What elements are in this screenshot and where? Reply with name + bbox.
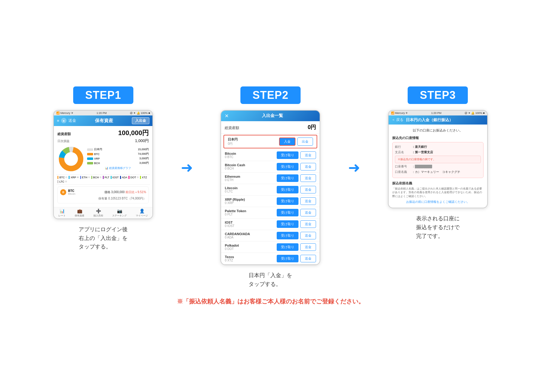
nav-trade[interactable]: ➕ 損入売却 — [93, 209, 103, 217]
bank-row: 銀行 ：楽天銀行 — [395, 145, 481, 149]
xrp-send-btn[interactable]: 送金 — [300, 197, 316, 205]
step2-jpy-buttons: 入金 出金 — [279, 138, 313, 146]
btc-holding: 保有量 0.105123 BTC（74,000円） — [60, 196, 146, 201]
iost-receive-btn[interactable]: 受け取り — [277, 220, 298, 228]
nav-assets[interactable]: 💼 保有資産 — [75, 209, 84, 217]
ada-receive-btn[interactable]: 受け取り — [277, 232, 298, 239]
branch-key: 支店名 — [395, 150, 410, 154]
step2-total-value: 0円 — [308, 124, 316, 131]
rate-icon: 📊 — [60, 209, 65, 213]
nav-send-icon: ● — [61, 118, 67, 123]
step3-nav: ＜ 戻る 日本円の入金（銀行振込） — [389, 115, 487, 125]
carrier: 📶 Mercury ✈ — [56, 112, 73, 115]
chart-section: 日本円 15,000円 BTC 74,000円 — [56, 145, 150, 173]
step3-title: 日本円の入金（銀行振込） — [406, 117, 453, 123]
step2-eth-row: Ethereum 0 ETH 受け取り 送金 — [221, 173, 320, 184]
step3-back-btn[interactable]: ＜ 戻る — [392, 117, 403, 122]
step3-requester-title: 振込依頼名義 — [392, 181, 484, 186]
bch-send-btn[interactable]: 送金 — [300, 163, 316, 170]
btc-send-btn[interactable]: 送金 — [300, 151, 316, 159]
step2-ltc-row: Litecoin 0 LTC 受け取り 送金 — [221, 184, 320, 196]
total-assets-value: 100,000円 — [118, 128, 149, 138]
nav-rate[interactable]: 📊 レート — [58, 209, 66, 217]
legend-bch: BCH 3,000円 — [87, 161, 149, 165]
coin-tag-bch[interactable]: BCH ⊙ — [91, 176, 102, 179]
coin-tag-xtz[interactable]: XTZ — [140, 176, 147, 179]
arrow2: ➜ — [348, 86, 360, 176]
step2-ada-row: CARDANO/ADA 0 ADA 受け取り 送金 — [221, 230, 320, 241]
bch-receive-btn[interactable]: 受け取り — [277, 163, 298, 170]
coin-tag-btc[interactable]: BTC ⊙ — [57, 176, 67, 179]
legend-dot-bch — [87, 162, 93, 164]
nav-staking[interactable]: 📷 ステーキング — [112, 209, 127, 217]
legend-xrp: XRP 3,000円 — [87, 157, 149, 160]
account-num-row: 口座番号 ：████████ — [395, 164, 481, 169]
dot-receive-btn[interactable]: 受け取り — [277, 243, 298, 251]
step2-total-row: 総資産額 0円 — [221, 121, 320, 134]
xtz-receive-btn[interactable]: 受け取り — [277, 255, 298, 262]
step1-label: STEP1 — [73, 86, 133, 104]
xrp-receive-btn[interactable]: 受け取り — [277, 197, 298, 205]
plt-receive-btn[interactable]: 受け取り — [277, 209, 298, 216]
ada-send-btn[interactable]: 送金 — [300, 232, 316, 239]
total-assets-label: 総資産額 — [57, 132, 71, 136]
steps-row: STEP1 📶 Mercury ✈ 1:20 PM @ ✦ 🔔 100% ■ ≡… — [32, 86, 510, 289]
step2-jpy-info: 日本円 0円 — [228, 137, 238, 146]
step2-dot-row: Polkadot 0 DOT 受け取り 送金 — [221, 241, 320, 253]
branch-row: 支店名 ：第一営業支店 — [395, 150, 481, 154]
eth-send-btn[interactable]: 送金 — [300, 174, 316, 182]
step2-close-btn[interactable]: ✕ — [225, 113, 229, 119]
nav-mypage[interactable]: 👤 マイページ — [136, 209, 148, 217]
step1-col: STEP1 📶 Mercury ✈ 1:20 PM @ ✦ 🔔 100% ■ ≡… — [32, 86, 175, 251]
jpy-deposit-btn[interactable]: 入金 — [279, 138, 295, 146]
deposit-btn[interactable]: 入出金 — [132, 117, 149, 124]
xtz-send-btn[interactable]: 送金 — [300, 255, 316, 262]
dot-send-btn[interactable]: 送金 — [300, 243, 316, 251]
ltc-receive-btn[interactable]: 受け取り — [277, 186, 298, 193]
iost-send-btn[interactable]: 送金 — [300, 220, 316, 228]
nav-send-label[interactable]: 送金 — [68, 118, 76, 123]
step3-intro: 以下の口座にお振込みください。 — [392, 128, 484, 133]
step3-col: STEP3 📶 Mercury ✈ 1:20 PM @ ✦ 🔔 100% ■ ＜… — [366, 86, 509, 241]
step1-body: 総資産額 100,000円 日次損益 1,000円 — [54, 126, 152, 207]
step2-btc-row: Bitcoin 0 BTC 受け取り 送金 — [221, 150, 320, 161]
step3-carrier: 📶 Mercury ✈ — [391, 112, 408, 115]
total-assets-row: 総資産額 100,000円 — [56, 128, 150, 138]
plt-send-btn[interactable]: 送金 — [300, 209, 316, 216]
chart-link[interactable]: 📊 総資産推移グラフ — [87, 166, 149, 170]
step3-requester-note: 「振込依頼人名義」はご提出された本人確認書類と同一の名義である必要があります。別… — [392, 187, 484, 198]
jpy-withdraw-btn[interactable]: 出金 — [297, 138, 313, 146]
btc-receive-btn[interactable]: 受け取り — [277, 151, 298, 159]
coin-tag-plt[interactable]: PLT — [103, 176, 109, 179]
account-name-val: ：カ）マーキュリー コキャクグチ — [412, 170, 460, 174]
step2-xtz-row: Tezos 0 XTZ 受け取り 送金 — [221, 253, 320, 264]
step2-desc: 日本円「入金」を タップする。 — [249, 271, 292, 289]
step3-battery: @ ✦ 🔔 100% ■ — [464, 112, 485, 115]
step2-header-title: 入出金一覧 — [229, 113, 316, 118]
btc-name: BTC Bitcoin — [68, 189, 75, 195]
bank-key: 銀行 — [395, 145, 410, 149]
account-name-row: 口座名義 ：カ）マーキュリー コキャクグチ — [395, 170, 481, 174]
coin-tag-ltc[interactable]: LTC ⊙ — [57, 180, 67, 183]
coin-tag-dot[interactable]: DOT ⊙ — [129, 176, 139, 179]
legend-dot-btc — [87, 153, 93, 155]
ltc-send-btn[interactable]: 送金 — [300, 186, 316, 193]
coin-tag-eth[interactable]: ETH ⊙ — [80, 176, 90, 179]
daily-pl-value: 1,000円 — [135, 138, 149, 144]
bank-val: ：楽天銀行 — [412, 145, 427, 149]
bank-note: ※振込先の口座情報の例です。 — [395, 156, 481, 163]
step3-bank-section-title: 振込先の口座情報 — [392, 136, 484, 140]
coin-tag-xrp[interactable]: XRP ⊗ — [69, 176, 79, 179]
mypage-icon: 👤 — [139, 209, 145, 213]
coin-tag-iost[interactable]: IOST — [111, 176, 119, 179]
battery: @ ✦ 🔔 100% ■ — [130, 112, 150, 115]
eth-receive-btn[interactable]: 受け取り — [277, 174, 298, 182]
step3-status-bar: 📶 Mercury ✈ 1:20 PM @ ✦ 🔔 100% ■ — [389, 111, 487, 115]
menu-icon[interactable]: ≡ — [57, 118, 59, 123]
step3-desc: 表示される口座に 振込をするだけで 完了です。 — [416, 214, 460, 240]
step3-time: 1:20 PM — [431, 112, 442, 115]
coin-detail-header: B BTC Bitcoin 価格 3,000,000 前日比＋9.51% — [60, 189, 146, 195]
nav-title: 保有資産 — [95, 118, 113, 124]
coin-tag-ada[interactable]: ADA — [120, 176, 128, 179]
legend-dot-jpy — [87, 148, 93, 151]
